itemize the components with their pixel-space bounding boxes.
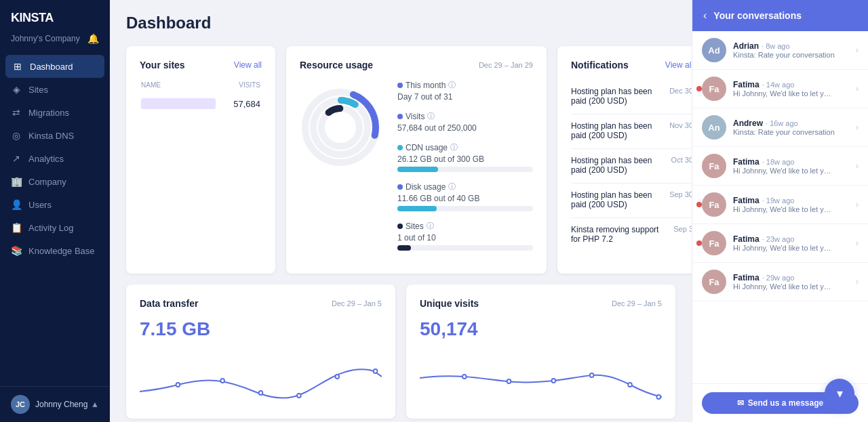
sites-bar-fill bbox=[397, 245, 411, 251]
conv-info: Fatima · 23w ago Hi Johnny, We'd like to… bbox=[733, 234, 849, 252]
cdn-bar-bg bbox=[397, 167, 533, 172]
visits-dot bbox=[397, 114, 403, 119]
notif-date: Nov 30 bbox=[669, 121, 692, 129]
list-item: Hosting plan has been paid (200 USD)Sep … bbox=[571, 184, 692, 218]
notifications-view-all[interactable]: View all bbox=[665, 60, 692, 70]
resource-usage-card: Resource usage Dec 29 – Jan 29 bbox=[286, 46, 547, 274]
analytics-icon: ↗ bbox=[11, 153, 22, 164]
notif-date: Oct 30 bbox=[671, 156, 692, 164]
disk-dot bbox=[397, 184, 403, 190]
visits-info-icon: ⓘ bbox=[427, 111, 435, 121]
unique-visits-date: Dec 29 – Jan 5 bbox=[612, 299, 662, 308]
list-item[interactable]: Fa Fatima · 18w ago Hi Johnny, We'd like… bbox=[692, 147, 868, 186]
dashboard-icon: ⊞ bbox=[12, 61, 23, 72]
users-icon: 👤 bbox=[11, 199, 22, 210]
list-item[interactable]: An Andrew · 16w ago Kinsta: Rate your co… bbox=[692, 108, 868, 147]
your-sites-view-all[interactable]: View all bbox=[234, 60, 262, 70]
conv-back-button[interactable]: ‹ bbox=[703, 9, 707, 22]
list-item[interactable]: Fa Fatima · 29w ago Hi Johnny, We'd like… bbox=[692, 263, 868, 301]
list-item[interactable]: Fa Fatima · 14w ago Hi Johnny, We'd like… bbox=[692, 70, 868, 108]
stat-sites: Sites ⓘ 1 out of 10 bbox=[397, 221, 533, 251]
conv-header: ‹ Your conversations bbox=[692, 0, 868, 31]
resource-usage-title: Resource usage bbox=[300, 60, 373, 70]
conv-avatar: Fa bbox=[702, 231, 726, 255]
users-label: Users bbox=[28, 200, 52, 210]
svg-point-9 bbox=[297, 394, 301, 398]
notifications-title: Notifications bbox=[571, 60, 629, 70]
sidebar-item-activity-log[interactable]: 📋Activity Log bbox=[0, 216, 110, 239]
sidebar-item-analytics[interactable]: ↗Analytics bbox=[0, 147, 110, 170]
notif-title: Kinsta removing support for PHP 7.2 bbox=[571, 225, 668, 244]
sites-value: 1 out of 10 bbox=[397, 233, 533, 242]
disk-bar-bg bbox=[397, 206, 533, 211]
conv-info: Fatima · 19w ago Hi Johnny, We'd like to… bbox=[733, 196, 849, 213]
conv-name: Fatima bbox=[733, 196, 760, 205]
svg-point-12 bbox=[462, 375, 467, 379]
svg-point-16 bbox=[628, 383, 632, 387]
cdn-value: 26.12 GB out of 300 GB bbox=[397, 154, 533, 164]
sidebar-item-migrations[interactable]: ⇄Migrations bbox=[0, 101, 110, 124]
unread-dot bbox=[696, 202, 702, 207]
conv-name: Fatima bbox=[733, 80, 760, 89]
sidebar-item-users[interactable]: 👤Users bbox=[0, 193, 110, 216]
sidebar-item-kinsta-dns[interactable]: ◎Kinsta DNS bbox=[0, 124, 110, 147]
disk-info-icon: ⓘ bbox=[448, 182, 456, 192]
conv-chevron-icon: › bbox=[856, 161, 859, 171]
conv-name: Fatima bbox=[733, 273, 760, 282]
conv-preview: Kinsta: Rate your conversation bbox=[733, 51, 835, 59]
resource-stats: This month ⓘ Day 7 out of 31 Visits ⓘ 57… bbox=[397, 80, 533, 260]
sidebar-nav: ⊞Dashboard◈Sites⇄Migrations◎Kinsta DNS↗A… bbox=[0, 52, 110, 386]
list-item[interactable]: Ad Adrian · 8w ago Kinsta: Rate your con… bbox=[692, 31, 868, 70]
conv-chevron-icon: › bbox=[856, 45, 859, 55]
svg-point-7 bbox=[220, 379, 224, 383]
sidebar-item-company[interactable]: 🏢Company bbox=[0, 170, 110, 193]
kinsta-dns-icon: ◎ bbox=[11, 130, 22, 141]
list-item[interactable]: Fa Fatima · 19w ago Hi Johnny, We'd like… bbox=[692, 186, 868, 224]
cdn-bar-fill bbox=[397, 167, 438, 172]
sidebar-item-knowledge-base[interactable]: 📚Knowledge Base bbox=[0, 239, 110, 262]
activity-log-label: Activity Log bbox=[28, 223, 73, 233]
dashboard-label: Dashboard bbox=[30, 62, 73, 72]
this-month-info-icon: ⓘ bbox=[448, 80, 456, 90]
donut-chart bbox=[300, 87, 381, 168]
user-info: JC Johnny Cheng bbox=[11, 395, 87, 414]
conversations-panel: ‹ Your conversations Ad Adrian · 8w ago … bbox=[692, 0, 868, 422]
sidebar-item-dashboard[interactable]: ⊞Dashboard bbox=[5, 55, 104, 78]
company-area: Johnny's Company 🔔 bbox=[0, 30, 110, 52]
notif-title: Hosting plan has been paid (200 USD) bbox=[571, 190, 664, 209]
sites-info-icon: ⓘ bbox=[427, 221, 434, 231]
bell-icon[interactable]: 🔔 bbox=[87, 33, 99, 44]
conv-preview: Hi Johnny, We'd like to let you know tha… bbox=[733, 205, 835, 213]
activity-log-icon: 📋 bbox=[11, 222, 22, 233]
cdn-dot bbox=[397, 145, 403, 150]
top-cards-row: Your sites View all NAME VISITS 57,684 R… bbox=[126, 46, 675, 274]
conv-title: Your conversations bbox=[713, 10, 802, 21]
list-item: Hosting plan has been paid (200 USD)Nov … bbox=[571, 114, 692, 149]
send-message-label: Send us a message bbox=[748, 398, 823, 408]
list-item[interactable]: Fa Fatima · 23w ago Hi Johnny, We'd like… bbox=[692, 224, 868, 263]
your-sites-title: Your sites bbox=[140, 60, 185, 70]
sidebar-item-sites[interactable]: ◈Sites bbox=[0, 78, 110, 101]
conv-avatar: Fa bbox=[702, 154, 726, 178]
notif-date: Sep 3 bbox=[673, 225, 692, 233]
site-visits: 57,684 bbox=[233, 99, 260, 109]
donut-svg bbox=[300, 87, 381, 168]
notif-date: Dec 30 bbox=[669, 87, 692, 95]
chevron-up-icon[interactable]: ▲ bbox=[91, 400, 99, 409]
company-name: Johnny's Company bbox=[11, 34, 80, 43]
data-transfer-chart bbox=[140, 351, 382, 405]
conv-info: Fatima · 29w ago Hi Johnny, We'd like to… bbox=[733, 273, 849, 291]
col-name: NAME bbox=[141, 81, 228, 94]
data-transfer-date: Dec 29 – Jan 5 bbox=[332, 299, 382, 308]
conv-list: Ad Adrian · 8w ago Kinsta: Rate your con… bbox=[692, 31, 868, 383]
conv-time: · 16w ago bbox=[766, 119, 798, 127]
sidebar: KINSTA Johnny's Company 🔔 ⊞Dashboard◈Sit… bbox=[0, 0, 110, 422]
user-avatar: JC bbox=[11, 395, 30, 414]
conv-chevron-icon: › bbox=[856, 238, 859, 248]
list-item: Hosting plan has been paid (200 USD)Oct … bbox=[571, 149, 692, 184]
float-chat-button[interactable]: ▾ bbox=[825, 379, 854, 408]
conv-time: · 8w ago bbox=[762, 42, 790, 50]
list-item: Hosting plan has been paid (200 USD)Dec … bbox=[571, 80, 692, 114]
kinsta-dns-label: Kinsta DNS bbox=[28, 131, 74, 141]
logo-text: KINSTA bbox=[11, 11, 54, 25]
